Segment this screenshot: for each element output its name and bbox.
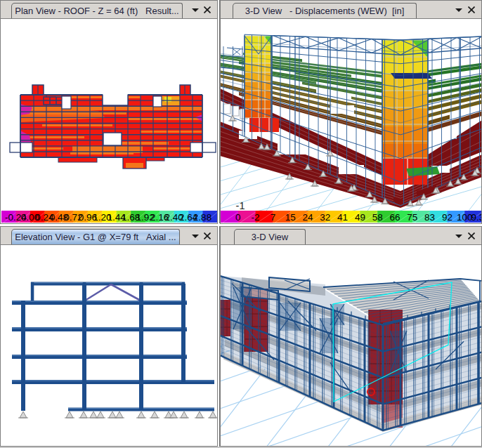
svg-text:75: 75 — [407, 212, 417, 223]
svg-text:41: 41 — [337, 212, 348, 223]
svg-text:32: 32 — [320, 212, 330, 223]
svg-text:-2: -2 — [252, 212, 260, 223]
svg-text:83: 83 — [424, 212, 435, 223]
svg-text:92: 92 — [442, 212, 452, 223]
svg-text:0: 0 — [235, 212, 241, 223]
svg-text:9.3: 9.3 — [471, 212, 481, 223]
svg-text:58: 58 — [372, 212, 383, 223]
svg-text:100: 100 — [457, 212, 473, 223]
svg-text:2.88: 2.88 — [193, 212, 211, 223]
svg-text:-1: -1 — [236, 200, 245, 211]
svg-text:15: 15 — [285, 212, 296, 223]
svg-text:66: 66 — [389, 212, 400, 223]
svg-text:7: 7 — [271, 212, 276, 223]
svg-text:49: 49 — [355, 212, 365, 223]
svg-text:24: 24 — [302, 212, 313, 223]
